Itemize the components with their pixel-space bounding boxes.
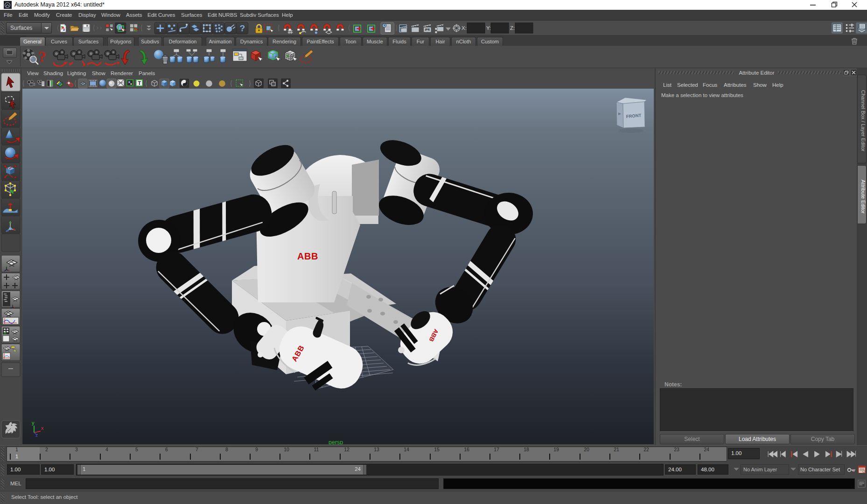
svg-text:z: z <box>35 432 38 438</box>
svg-text:IPR: IPR <box>425 28 430 31</box>
svg-text:?: ? <box>38 48 46 65</box>
svg-text:T: T <box>138 80 141 86</box>
svg-text:?: ? <box>239 23 245 33</box>
svg-text:Y:: Y: <box>486 25 491 31</box>
svg-text:x: x <box>41 425 44 431</box>
svg-text:Z:: Z: <box>510 25 515 31</box>
svg-text:X:: X: <box>461 25 467 31</box>
svg-text:ABB: ABB <box>297 251 318 261</box>
svg-text:persp: persp <box>329 439 343 444</box>
svg-text:y: y <box>32 420 35 426</box>
